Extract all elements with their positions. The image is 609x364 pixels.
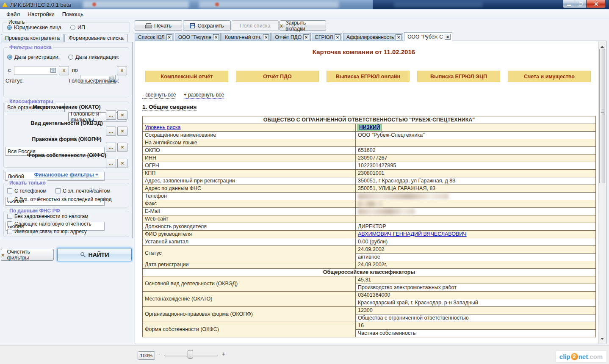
action-button-Выписка ЕГРЮЛ онлайн[interactable]: Выписка ЕГРЮЛ онлайн bbox=[327, 71, 410, 82]
classifier-browse-button[interactable]: ... bbox=[106, 143, 116, 152]
clear-filters-button[interactable]: × Очистить фильтры bbox=[1, 249, 54, 261]
classifier-clear-button[interactable]: × bbox=[117, 110, 127, 120]
checkbox-Сдающие налоговую отчётность[interactable]: Сдающие налоговую отчётность bbox=[7, 221, 91, 227]
classifier-browse-button[interactable]: ... bbox=[106, 159, 116, 168]
row-label: E-Mail bbox=[143, 208, 356, 215]
classifier-clear-button[interactable]: × bbox=[117, 159, 127, 168]
checkbox-С телефоном[interactable]: С телефоном bbox=[7, 188, 46, 194]
row-value: 350051, г Краснодар, ул Гаражная, д 83 bbox=[356, 177, 596, 185]
tab-close-icon[interactable]: × bbox=[396, 34, 401, 40]
doc-tab-label: Аффилированность bbox=[346, 34, 394, 40]
table-row: Форма собственности (ОКФС)16 bbox=[143, 322, 596, 330]
date-from-clear-button[interactable]: × bbox=[59, 66, 69, 75]
menu-item-Файл[interactable]: Файл bbox=[3, 10, 24, 18]
action-button-Комплексный отчёт[interactable]: Комплексный отчёт bbox=[145, 71, 228, 82]
scroll-up-icon[interactable] bbox=[601, 44, 604, 48]
radio-label: Юридические лица bbox=[14, 25, 61, 30]
zoom-value-button[interactable]: 100% bbox=[138, 351, 155, 360]
doc-tab-Аффилированность[interactable]: Аффилированность× bbox=[343, 33, 403, 41]
expand-all-link[interactable]: + развернуть всё bbox=[184, 92, 224, 99]
date-to-clear-button[interactable]: × bbox=[117, 66, 127, 75]
scroll-down-icon[interactable] bbox=[601, 338, 604, 342]
classifier-browse-button[interactable]: ... bbox=[106, 127, 116, 136]
checkbox-Без задолженности по налогам[interactable]: Без задолженности по налогам bbox=[7, 213, 89, 219]
restore-button[interactable] bbox=[575, 0, 587, 8]
tab-close-icon[interactable]: × bbox=[213, 34, 219, 40]
close-tabs-button[interactable]: x Закрыть вкладки bbox=[280, 20, 326, 31]
row-value: 2309077267 bbox=[356, 154, 596, 162]
print-button[interactable]: Печать bbox=[135, 20, 182, 31]
vertical-scrollbar[interactable] bbox=[598, 41, 606, 344]
doc-tab-Компл-ный отч.[interactable]: Компл-ный отч.× bbox=[221, 33, 271, 41]
calendar-icon[interactable] bbox=[50, 68, 56, 73]
row-label: Основной вид деятельности (ОКВЭД) bbox=[143, 276, 356, 292]
row-value bbox=[356, 139, 596, 147]
collapse-all-link[interactable]: - свернуть всё bbox=[142, 92, 176, 99]
search-icon bbox=[80, 252, 86, 258]
checkbox-icon bbox=[7, 221, 12, 226]
table-row: Уровень рискаНИЗКИЙ bbox=[143, 124, 596, 132]
date-from-label: с bbox=[8, 67, 11, 73]
row-label-link[interactable]: Уровень риска bbox=[145, 124, 181, 130]
tab-close-icon[interactable]: × bbox=[445, 34, 451, 40]
window-title: ЛИК:БИЗНЕС 2.0.1 beta bbox=[10, 2, 71, 8]
date-mode-option[interactable]: Дата ликвидации: bbox=[68, 54, 119, 60]
doc-tab-ООО "Рубеж-С[interactable]: ООО "Рубеж-С× bbox=[404, 32, 452, 41]
classifier-clear-button[interactable]: × bbox=[117, 143, 127, 152]
row-value-link[interactable]: АВХИМОВИЧ ГЕННАДИЙ ВЯЧЕСЛАВОВИЧ bbox=[358, 231, 467, 237]
restore-icon bbox=[579, 3, 582, 6]
table-row: На английском языке bbox=[143, 139, 596, 147]
search-scope-option[interactable]: Юридические лица bbox=[7, 25, 61, 30]
classifier-label: Форма собственности (ОКФС) bbox=[1, 152, 132, 158]
tab-close-icon[interactable]: × bbox=[166, 34, 172, 40]
table-row: ОГРН1022301427895 bbox=[143, 162, 596, 170]
risk-badge[interactable]: НИЗКИЙ bbox=[358, 124, 381, 131]
row-label: Должность руководителя bbox=[143, 223, 356, 231]
classifier-clear-button[interactable]: × bbox=[117, 127, 127, 136]
zoom-out-button[interactable]: - bbox=[158, 350, 161, 357]
tab-close-icon[interactable]: × bbox=[303, 34, 309, 40]
row-value bbox=[356, 215, 596, 223]
section-general-info-link[interactable]: 1. Общие сведения bbox=[142, 104, 197, 111]
checkbox-icon bbox=[7, 197, 12, 202]
doc-tab-ООО "Техугле[interactable]: ООО "Техугле× bbox=[175, 33, 221, 41]
row-value: 350051, УЛИЦА ГАРАЖНАЯ, 83 bbox=[356, 185, 596, 193]
doc-tab-Список ЮЛ[interactable]: Список ЮЛ× bbox=[135, 33, 174, 41]
save-button[interactable]: Сохранить bbox=[183, 20, 231, 31]
classifier-browse-button[interactable]: ... bbox=[106, 110, 116, 120]
row-value: 651602 bbox=[356, 147, 596, 154]
clip2net-watermark: clip 2 net .com bbox=[556, 351, 606, 362]
doc-tab-Отчёт ПДО[interactable]: Отчёт ПДО× bbox=[271, 33, 311, 41]
tab-close-icon[interactable]: × bbox=[263, 34, 269, 40]
doc-tab-ЕГРЮЛ[interactable]: ЕГРЮЛ× bbox=[312, 33, 342, 41]
checkbox-С эл. почтой/сайтом[interactable]: С эл. почтой/сайтом bbox=[55, 188, 110, 194]
scrollbar-thumb[interactable] bbox=[599, 49, 605, 183]
radio-icon bbox=[70, 25, 75, 30]
minimize-button[interactable] bbox=[563, 0, 575, 8]
financial-filters-link[interactable]: Финансовые фильтры + bbox=[34, 172, 98, 178]
find-button[interactable]: НАЙТИ bbox=[57, 248, 132, 261]
date-mode-option[interactable]: Дата регистрации: bbox=[7, 54, 60, 60]
filter-panel: Фильтры поиска Дата регистрации:Дата лик… bbox=[1, 42, 133, 238]
tab-close-icon[interactable]: × bbox=[335, 34, 340, 40]
close-button[interactable] bbox=[587, 0, 606, 8]
action-button-Отчёт ПДО[interactable]: Отчёт ПДО bbox=[236, 71, 319, 82]
checkbox-Имеющие связь по юр. адресу[interactable]: Имеющие связь по юр. адресу bbox=[7, 229, 87, 234]
tab-Формирование списка[interactable]: Формирование списка bbox=[64, 34, 128, 43]
table-row: Статус24.09.2002 bbox=[143, 246, 596, 254]
search-scope-option[interactable]: ИП bbox=[70, 25, 85, 30]
table-row: ФИО руководителяАВХИМОВИЧ ГЕННАДИЙ ВЯЧЕС… bbox=[143, 231, 596, 238]
action-button-Выписка ЕГРЮЛ ЭЦП[interactable]: Выписка ЕГРЮЛ ЭЦП bbox=[417, 71, 500, 82]
tab-Проверка контрагента[interactable]: Проверка контрагента bbox=[1, 34, 64, 42]
date-from-input[interactable] bbox=[14, 66, 57, 75]
zoom-in-button[interactable]: + bbox=[222, 350, 226, 357]
menu-item-Настройки[interactable]: Настройки bbox=[24, 10, 58, 18]
menu-item-Помощь[interactable]: Помощь bbox=[58, 10, 87, 18]
action-button-Счета и имущество[interactable]: Счета и имущество bbox=[508, 71, 591, 82]
checkbox-С бух. отчётностью за последний период[interactable]: С бух. отчётностью за последний период bbox=[7, 196, 111, 202]
row-label: Местонахождение (ОКАТО) bbox=[143, 292, 356, 307]
zoom-slider-thumb[interactable] bbox=[188, 350, 193, 359]
doc-tab-label: ООО "Рубеж-С bbox=[407, 34, 443, 40]
title-bar[interactable]: ЛИК:БИЗНЕС 2.0.1 beta bbox=[0, 0, 609, 9]
row-value bbox=[356, 208, 596, 215]
